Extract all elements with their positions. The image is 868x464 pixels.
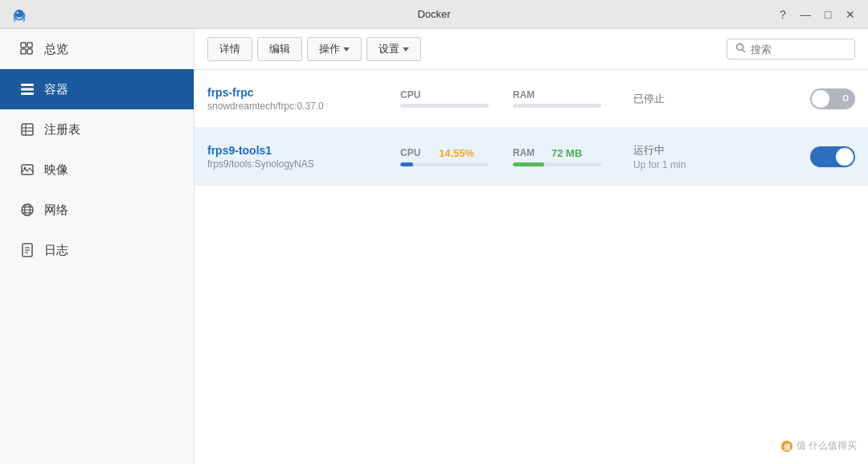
container-name-block: frps-frpc snowdreamtech/frpc:0.37.0 (207, 86, 400, 112)
grid-icon (18, 40, 36, 58)
cpu-metric-block: CPU (400, 89, 513, 108)
list-icon (18, 80, 36, 98)
status-block: 运行中 Up for 1 min (633, 143, 730, 170)
window-controls: ? — □ ✕ (775, 6, 858, 23)
sidebar-item-registry[interactable]: 注册表 (0, 109, 194, 150)
svg-text:值: 值 (782, 443, 791, 451)
cpu-progress-bg (400, 162, 489, 166)
status-label: 运行中 (633, 143, 730, 158)
sidebar-label-containers: 容器 (44, 82, 68, 97)
ram-label: RAM (513, 147, 543, 158)
svg-point-1 (15, 10, 24, 17)
action-dropdown-icon (343, 47, 350, 51)
toggle-block[interactable] (810, 146, 855, 167)
cpu-label: CPU (400, 89, 431, 101)
toggle-knob (812, 90, 829, 108)
container-toggle[interactable] (810, 88, 855, 109)
sidebar-label-registry: 注册表 (44, 122, 80, 138)
ram-progress-bg (513, 162, 601, 166)
svg-point-2 (17, 11, 18, 13)
settings-dropdown-icon (403, 47, 409, 51)
svg-rect-3 (21, 43, 26, 47)
cpu-label: CPU (400, 147, 431, 158)
app-icon (10, 5, 29, 24)
container-image: frps9/tools:SynologyNAS (207, 158, 400, 170)
svg-rect-8 (21, 88, 34, 91)
sidebar-item-images[interactable]: 映像 (0, 150, 194, 190)
ram-metric-block: RAM 72 MB (513, 147, 625, 166)
watermark-text: 值 什么值得买 (796, 439, 857, 453)
ram-progress-fill (513, 162, 544, 166)
svg-point-25 (737, 44, 743, 51)
svg-line-26 (743, 50, 746, 53)
action-button[interactable]: 操作 (307, 37, 362, 61)
container-image: snowdreamtech/frpc:0.37.0 (207, 101, 400, 112)
svg-point-15 (24, 167, 27, 170)
sidebar-label-images: 映像 (44, 162, 68, 178)
edit-button[interactable]: 编辑 (257, 37, 302, 61)
ram-progress-bg (513, 104, 601, 108)
log-icon (18, 241, 36, 259)
svg-rect-9 (21, 92, 34, 95)
container-name: frps-frpc (207, 86, 400, 99)
app-body: 总览 容器 注册表 (0, 29, 868, 464)
ram-value: 72 MB (551, 147, 582, 159)
cpu-metric-block: CPU 14.55% (400, 147, 513, 166)
cpu-value: 14.55% (439, 147, 474, 159)
status-uptime: Up for 1 min (633, 159, 730, 170)
image-icon (18, 161, 36, 179)
svg-rect-7 (21, 84, 34, 86)
watermark: 值 值 什么值得买 (780, 439, 857, 453)
table-row[interactable]: frps-frpc snowdreamtech/frpc:0.37.0 CPU … (194, 70, 868, 128)
sidebar-item-logs[interactable]: 日志 (0, 230, 194, 270)
registry-icon (18, 121, 36, 138)
network-icon (18, 201, 36, 219)
container-name: frps9-tools1 (207, 144, 400, 157)
status-block: 已停止 (633, 92, 730, 106)
toggle-block[interactable] (810, 88, 855, 109)
sidebar-item-overview[interactable]: 总览 (0, 29, 194, 69)
svg-rect-10 (22, 124, 33, 135)
content-area: 详情 编辑 操作 设置 (194, 29, 868, 464)
svg-rect-6 (27, 49, 32, 54)
sidebar-item-network[interactable]: 网络 (0, 190, 194, 230)
minimize-btn[interactable]: — (797, 6, 813, 23)
sidebar-item-containers[interactable]: 容器 (0, 69, 194, 109)
search-icon (735, 43, 746, 55)
ram-label: RAM (513, 89, 543, 101)
svg-rect-4 (27, 43, 32, 47)
search-input[interactable] (751, 43, 846, 55)
container-name-block: frps9-tools1 frps9/tools:SynologyNAS (207, 144, 400, 170)
sidebar-label-overview: 总览 (44, 42, 68, 57)
toggle-knob (836, 148, 854, 166)
sidebar-label-network: 网络 (44, 203, 68, 218)
detail-button[interactable]: 详情 (207, 37, 252, 61)
cpu-progress-bg (400, 104, 489, 108)
container-list: frps-frpc snowdreamtech/frpc:0.37.0 CPU … (194, 70, 868, 464)
close-btn[interactable]: ✕ (842, 6, 858, 23)
container-toggle[interactable] (810, 146, 855, 167)
status-label: 已停止 (633, 92, 730, 106)
ram-metric-block: RAM (513, 89, 625, 108)
sidebar-label-logs: 日志 (44, 243, 68, 258)
question-btn[interactable]: ? (775, 6, 791, 23)
table-row[interactable]: frps9-tools1 frps9/tools:SynologyNAS CPU… (194, 128, 868, 186)
cpu-progress-fill (400, 162, 413, 166)
settings-button[interactable]: 设置 (366, 37, 421, 61)
toolbar: 详情 编辑 操作 设置 (194, 29, 868, 70)
titlebar: Docker ? — □ ✕ (0, 0, 868, 29)
sidebar: 总览 容器 注册表 (0, 29, 194, 464)
maximize-btn[interactable]: □ (820, 6, 836, 23)
svg-rect-5 (21, 49, 26, 54)
search-box[interactable] (727, 39, 855, 60)
app-title: Docker (417, 8, 450, 20)
